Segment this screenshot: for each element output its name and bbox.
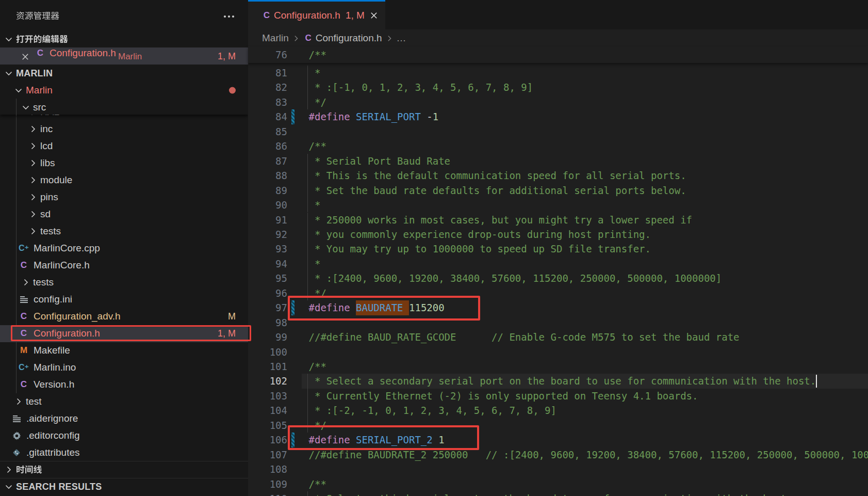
tree-item-lcd[interactable]: lcd	[0, 138, 248, 155]
tree-item-version-h[interactable]: CVersion.h	[0, 376, 248, 393]
tree-item-tests[interactable]: tests	[0, 223, 248, 240]
code-line-91[interactable]: 91 * 250000 works in most cases, but you…	[248, 213, 868, 227]
code-line-94[interactable]: 94 *	[248, 257, 868, 271]
line-number[interactable]: 108	[248, 462, 287, 476]
line-number[interactable]: 105	[248, 418, 287, 433]
tree-item-configuration-adv-h[interactable]: CConfiguration_adv.hM	[0, 308, 248, 325]
line-number[interactable]: 86	[248, 139, 287, 153]
line-number[interactable]: 101	[248, 359, 287, 374]
code-line-99[interactable]: 99//#define BAUD_RATE_GCODE // Enable G-…	[248, 330, 868, 344]
code-line-95[interactable]: 95 * :[2400, 9600, 19200, 38400, 57600, …	[248, 271, 868, 285]
line-number[interactable]: 102	[248, 374, 287, 388]
tree-item--gitattributes[interactable]: .gitattributes	[0, 444, 248, 461]
tab-problems-modified-badge: 1, M	[346, 10, 365, 21]
tree-item-libs[interactable]: libs	[0, 155, 248, 172]
line-number[interactable]: 98	[248, 315, 287, 330]
code-line-100[interactable]: 100	[248, 345, 868, 359]
code-line-81[interactable]: 81 *	[248, 66, 868, 80]
line-number[interactable]: 87	[248, 154, 287, 168]
code-line-82[interactable]: 82 * :[-1, 0, 1, 2, 3, 4, 5, 6, 7, 8, 9]	[248, 80, 868, 94]
tree-item-tests[interactable]: tests	[0, 274, 248, 291]
line-number[interactable]: 90	[248, 198, 287, 212]
chevron-right-icon	[5, 466, 13, 474]
tree-item-marlin-ino[interactable]: C⁺Marlin.ino	[0, 359, 248, 376]
breadcrumb-symbol[interactable]: …	[397, 33, 406, 44]
tree-item--editorconfig[interactable]: .editorconfig	[0, 427, 248, 444]
close-icon[interactable]	[21, 52, 29, 60]
code-line-109[interactable]: 109/**	[248, 477, 868, 491]
tab-configuration-h[interactable]: C Configuration.h 1, M	[248, 0, 385, 29]
breadcrumb-file[interactable]: C Configuration.h	[303, 33, 382, 44]
line-number[interactable]: 99	[248, 330, 287, 344]
tree-item-sd[interactable]: sd	[0, 206, 248, 223]
more-actions-icon[interactable]	[222, 12, 236, 21]
tree-item-module[interactable]: module	[0, 172, 248, 189]
indent-guide	[307, 271, 308, 285]
decoration-badge: M	[228, 311, 236, 322]
line-number[interactable]: 93	[248, 242, 287, 256]
code-line-87[interactable]: 87 * Serial Port Baud Rate	[248, 154, 868, 168]
line-number[interactable]: 88	[248, 168, 287, 183]
line-number[interactable]: 100	[248, 345, 287, 359]
close-icon[interactable]	[370, 11, 378, 20]
chevron-right-icon	[386, 35, 393, 42]
code-line-85[interactable]: 85	[248, 124, 868, 139]
line-number[interactable]: 110	[248, 491, 287, 496]
line-number[interactable]: 96	[248, 286, 287, 300]
tree-sticky-item-marlin[interactable]: Marlin	[0, 82, 248, 99]
line-number[interactable]: 89	[248, 183, 287, 198]
sticky-scroll-line[interactable]: 76/**	[248, 46, 868, 63]
tree-item-config-ini[interactable]: config.ini	[0, 291, 248, 308]
line-number[interactable]: 82	[248, 80, 287, 94]
tree-item--aiderignore[interactable]: .aiderignore	[0, 410, 248, 427]
line-number[interactable]: 81	[248, 66, 287, 80]
line-number[interactable]: 85	[248, 124, 287, 139]
code-line-102[interactable]: 102 * Select a secondary serial port on …	[248, 374, 868, 388]
open-editors-header[interactable]: 打开的编辑器	[0, 30, 248, 47]
workspace-section-header[interactable]: MARLIN	[0, 65, 248, 82]
line-number[interactable]: 104	[248, 403, 287, 418]
code-line-88[interactable]: 88 * This is the default communication s…	[248, 168, 868, 183]
code-line-83[interactable]: 83 */	[248, 95, 868, 109]
code-line-93[interactable]: 93 * You may try up to 1000000 to speed …	[248, 242, 868, 256]
line-number[interactable]: 95	[248, 271, 287, 285]
code-line-92[interactable]: 92 * you commonly experience drop-outs d…	[248, 227, 868, 242]
chevron-right-icon	[29, 142, 37, 150]
tree-sticky-item-src[interactable]: src	[0, 99, 248, 116]
tree-item-makefile[interactable]: MMakefile	[0, 342, 248, 359]
line-number[interactable]: 91	[248, 213, 287, 227]
open-editor-item-configuration-h[interactable]: C Configuration.h Marlin 1, M	[0, 47, 248, 65]
tree-item-test[interactable]: test	[0, 393, 248, 410]
search-results-section-header[interactable]: SEARCH RESULTS	[0, 478, 248, 495]
code-line-90[interactable]: 90 *	[248, 198, 868, 212]
line-number[interactable]: 92	[248, 227, 287, 242]
indent-guide	[307, 403, 308, 418]
timeline-section-header[interactable]: 时间线	[0, 461, 248, 478]
chevron-down-icon	[14, 86, 23, 94]
line-number[interactable]: 84	[248, 109, 287, 124]
line-number[interactable]: 76	[248, 46, 287, 63]
line-number[interactable]: 109	[248, 477, 287, 491]
line-number[interactable]: 106	[248, 433, 287, 447]
code-line-108[interactable]: 108	[248, 462, 868, 476]
line-number[interactable]: 83	[248, 95, 287, 109]
tree-item-marlincore-h[interactable]: CMarlinCore.h	[0, 257, 248, 274]
code-line-104[interactable]: 104 * :[-2, -1, 0, 1, 2, 3, 4, 5, 6, 7, …	[248, 403, 868, 418]
code-line-89[interactable]: 89 * Set the baud rate defaults for addi…	[248, 183, 868, 198]
line-number[interactable]: 97	[248, 300, 287, 315]
line-number[interactable]: 94	[248, 257, 287, 271]
code-line-103[interactable]: 103 * Currently Ethernet (-2) is only su…	[248, 389, 868, 403]
code-line-110[interactable]: 110 * Select a third serial port on the …	[248, 491, 868, 496]
code-line-86[interactable]: 86/**	[248, 139, 868, 153]
chevron-right-icon	[29, 210, 37, 218]
line-number[interactable]: 103	[248, 389, 287, 403]
code-line-84[interactable]: 84#define SERIAL_PORT -1	[248, 109, 868, 124]
tree-item-pins[interactable]: pins	[0, 189, 248, 206]
line-number[interactable]: 107	[248, 447, 287, 462]
c-header-file-icon: C	[19, 260, 29, 271]
breadcrumb-folder[interactable]: Marlin	[262, 33, 289, 44]
code-line-101[interactable]: 101/**	[248, 359, 868, 374]
tree-item-inc[interactable]: inc	[0, 121, 248, 138]
tab-title: Configuration.h	[274, 10, 340, 21]
tree-item-marlincore-cpp[interactable]: C⁺MarlinCore.cpp	[0, 240, 248, 257]
